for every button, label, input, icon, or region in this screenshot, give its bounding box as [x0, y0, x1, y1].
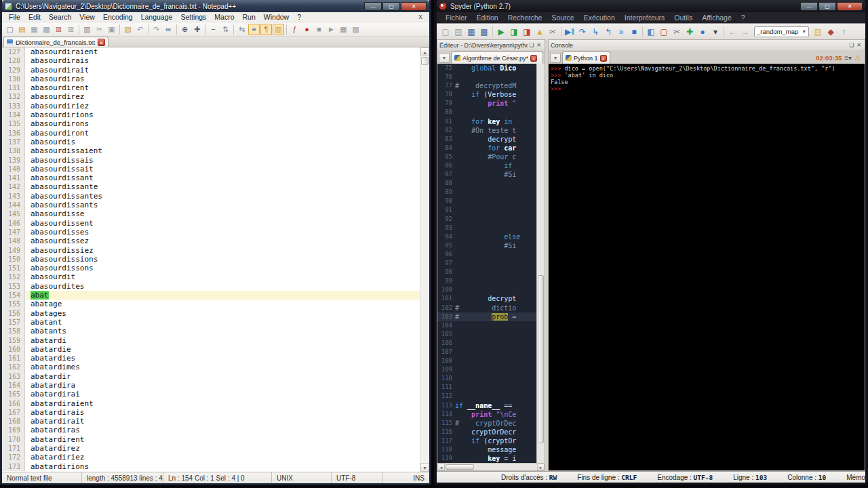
tab-dictionnaire[interactable]: Dictionnaire_de_francais.txt ✕	[3, 37, 108, 47]
re-run-icon[interactable]: ◨	[521, 26, 533, 38]
stop-debug-icon[interactable]: ■	[628, 26, 640, 38]
forward-icon[interactable]: →	[739, 26, 751, 38]
save-macro-icon[interactable]: ▩	[350, 24, 361, 35]
browse-tabs-icon[interactable]: ▾	[550, 53, 561, 63]
code-line[interactable]: 105	[437, 330, 536, 339]
code-line[interactable]: 95 #Si	[437, 241, 536, 250]
code-line[interactable]: 101 decrypt	[437, 294, 536, 303]
list-item[interactable]: 141abasourdissant	[2, 174, 429, 182]
list-item[interactable]: 153abasourdites	[2, 282, 429, 291]
list-item[interactable]: 133abasourdiriez	[2, 102, 429, 110]
close-pane-icon[interactable]: ✕	[535, 42, 542, 48]
list-item[interactable]: 137abasourdis	[2, 138, 429, 146]
list-item[interactable]: 128abasourdirais	[2, 56, 429, 65]
code-line[interactable]: 97	[437, 259, 536, 268]
list-item[interactable]: 159abatardi	[2, 336, 429, 345]
code-line[interactable]: 110	[437, 374, 536, 383]
list-item[interactable]: 160abatardie	[2, 345, 429, 354]
record-macro-icon[interactable]: ●	[301, 24, 313, 35]
replace-icon[interactable]: ⊕	[179, 24, 191, 35]
parent-dir-icon[interactable]: ↑	[837, 26, 850, 38]
menu-item-run[interactable]: Run	[239, 13, 260, 21]
list-item[interactable]: 161abatardies	[2, 354, 429, 363]
python-env-icon[interactable]: ✚	[684, 26, 696, 38]
menu-item-encoding[interactable]: Encoding	[99, 13, 137, 21]
code-line[interactable]: 91	[437, 206, 536, 215]
editor-vertical-scrollbar[interactable]	[536, 64, 545, 463]
code-line[interactable]: 96	[437, 250, 536, 259]
new-file-icon[interactable]: ▢	[4, 24, 16, 35]
warning-icon[interactable]: ⚠	[854, 54, 861, 62]
list-item[interactable]: 157abatant	[2, 318, 429, 327]
list-item[interactable]: 136abasourdiront	[2, 129, 429, 138]
list-item[interactable]: 149abasourdissiez	[2, 246, 429, 255]
back-icon[interactable]: ←	[726, 26, 738, 38]
tab-python-1[interactable]: Python 1 ✕	[562, 52, 610, 64]
word-wrap-icon[interactable]: ≡	[248, 24, 260, 35]
menu-item-recherche[interactable]: Recherche	[503, 14, 547, 22]
menu-item-macro[interactable]: Macro	[210, 13, 238, 21]
list-item[interactable]: 132abasourdirez	[2, 92, 429, 101]
code-line[interactable]: 90	[437, 197, 536, 205]
step-return-icon[interactable]: ↰	[602, 26, 614, 38]
code-line[interactable]: 114 print "\nCe	[437, 410, 536, 419]
menu-item-edit[interactable]: Edit	[24, 13, 45, 21]
open-file-icon[interactable]: ▤	[16, 24, 28, 35]
menu-item-affichage[interactable]: Affichage	[697, 14, 736, 22]
code-line[interactable]: 81 for key in	[437, 117, 536, 126]
notepadpp-editor[interactable]: 127abasourdiraient128abasourdirais129aba…	[2, 47, 429, 472]
list-item[interactable]: 131abasourdirent	[2, 83, 429, 92]
tab-close-icon[interactable]: ✕	[600, 55, 607, 62]
list-item[interactable]: 150abasourdissions	[2, 255, 429, 264]
show-all-chars-icon[interactable]: ¶	[260, 24, 272, 35]
run-configure-icon[interactable]: ◨	[508, 26, 520, 38]
menu-item-window[interactable]: Window	[260, 13, 293, 21]
list-item[interactable]: 165abatardirai	[2, 390, 429, 399]
tab-close-icon[interactable]: ✕	[530, 55, 537, 62]
menu-item-interpr-teurs[interactable]: Interpréteurs	[620, 14, 670, 22]
list-item[interactable]: 152abasourdit	[2, 272, 429, 281]
list-item[interactable]: 156abatages	[2, 309, 429, 318]
console-options-icon[interactable]: ≡▾	[844, 54, 852, 62]
code-editor[interactable]: 75 global Dico7677# decryptedM78 if (Ver…	[437, 64, 545, 463]
list-item[interactable]: 143abasourdissantes	[2, 192, 429, 201]
maximize-button[interactable]: ▢	[818, 2, 836, 11]
close-file-icon[interactable]: ⊠	[53, 24, 64, 35]
menu-item-fichier[interactable]: Fichier	[441, 14, 472, 22]
find-icon[interactable]: ∞	[163, 24, 174, 35]
editor-horizontal-scrollbar[interactable]: ◄ ►	[437, 463, 545, 470]
print-icon[interactable]: ▥	[81, 24, 93, 35]
list-item[interactable]: 155abatage	[2, 300, 429, 308]
tab-algorithme-cesar[interactable]: Algorithme de César.py* ✕	[451, 52, 543, 64]
menu-item-settings[interactable]: Settings	[176, 13, 210, 21]
list-item[interactable]: 170abatardirent	[2, 435, 429, 444]
list-item[interactable]: 130abasourdiras	[2, 75, 429, 83]
list-item[interactable]: 127abasourdiraient	[2, 47, 429, 56]
code-line[interactable]: 115# cryptOrDec	[437, 419, 536, 428]
code-line[interactable]: 80	[437, 108, 536, 117]
list-item[interactable]: 142abasourdissante	[2, 182, 429, 191]
undo-icon[interactable]: ↶	[134, 24, 146, 35]
save-file-icon[interactable]: ▦	[28, 24, 40, 35]
code-line[interactable]: 92	[437, 215, 536, 224]
stop-macro-icon[interactable]: ■	[313, 24, 325, 35]
close-pane-icon[interactable]: ✕	[855, 42, 863, 48]
copy-icon[interactable]: ▣	[106, 24, 117, 35]
step-into-icon[interactable]: ↳	[589, 26, 601, 38]
working-directory-combo[interactable]: _random_map▼	[754, 26, 809, 37]
fullscreen-icon[interactable]: ▢	[658, 26, 670, 38]
list-item[interactable]: 167abatardirais	[2, 408, 429, 417]
scroll-up-icon[interactable]: ▲	[420, 47, 429, 56]
menu-item-source[interactable]: Source	[547, 14, 578, 22]
undock-icon[interactable]: ❏	[528, 42, 535, 48]
code-line[interactable]: 94 else	[437, 232, 536, 241]
list-item[interactable]: 163abatardir	[2, 372, 429, 381]
minimize-button[interactable]: —	[800, 2, 818, 11]
code-line[interactable]: 103# prob =	[437, 312, 536, 321]
list-item[interactable]: 139abasourdissais	[2, 156, 429, 165]
indent-guide-icon[interactable]: ▥	[273, 24, 284, 35]
list-item[interactable]: 151abasourdissons	[2, 264, 429, 272]
code-line[interactable]: 79 print "	[437, 99, 536, 108]
code-line[interactable]: 112	[437, 392, 536, 401]
code-line[interactable]: 118 message	[437, 445, 536, 454]
